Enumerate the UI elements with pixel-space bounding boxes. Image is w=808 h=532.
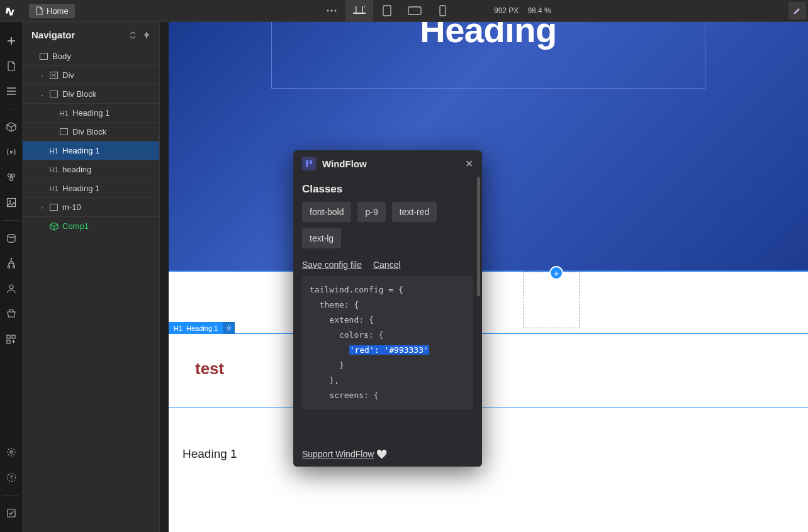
svg-point-12: [9, 178, 13, 181]
cancel-link[interactable]: Cancel: [373, 260, 401, 270]
windflow-footer: Support WindFlow 🤍: [293, 446, 482, 467]
tree-row-body[interactable]: Body: [23, 47, 159, 65]
landscape-icon[interactable]: [401, 0, 429, 22]
cms-icon[interactable]: [0, 226, 23, 251]
config-code-block[interactable]: tailwind.config = { theme: { extend: { c…: [302, 276, 473, 409]
navigator-header: Navigator: [23, 22, 159, 47]
class-chip[interactable]: text-red: [392, 202, 437, 222]
tree-label: Div Block: [72, 127, 106, 136]
help-icon[interactable]: ?: [0, 465, 23, 490]
h1-icon: H1: [49, 146, 59, 155]
tree-label: m-10: [62, 202, 81, 212]
viewport-width[interactable]: 992 PX: [494, 6, 519, 15]
tablet-icon[interactable]: [373, 0, 401, 22]
components-icon[interactable]: [0, 114, 23, 140]
ecommerce-icon[interactable]: [0, 301, 23, 326]
svg-point-19: [9, 285, 13, 289]
scrollbar[interactable]: [477, 177, 480, 296]
selection-tag[interactable]: H1 Heading 1: [169, 322, 235, 334]
test-heading[interactable]: test: [195, 359, 224, 379]
add-element-icon[interactable]: [0, 28, 23, 53]
svg-rect-27: [40, 53, 48, 59]
tree-row-heading3[interactable]: H1 Heading 1: [23, 179, 159, 197]
h1-icon: H1: [59, 108, 69, 118]
close-icon[interactable]: ✕: [465, 158, 473, 170]
zoom-level[interactable]: 98.4 %: [527, 6, 551, 15]
home-label: Home: [47, 6, 69, 16]
svg-text:?: ?: [9, 474, 13, 480]
svg-rect-21: [12, 335, 15, 338]
windflow-header[interactable]: WindFlow ✕: [293, 150, 482, 177]
div-icon: [49, 70, 59, 80]
logic-icon[interactable]: [0, 251, 23, 276]
class-chip[interactable]: text-lg: [302, 228, 341, 248]
tree-row-heading[interactable]: H1 Heading 1: [23, 103, 159, 122]
svg-rect-5: [362, 6, 364, 13]
svg-point-1: [331, 10, 333, 12]
tree-row-comp1[interactable]: Comp1: [23, 216, 159, 235]
canvas[interactable]: Heading + H1 Heading 1 test Heading 1: [169, 22, 808, 532]
hero-heading[interactable]: Heading: [420, 22, 556, 50]
home-button[interactable]: Home: [29, 4, 75, 18]
variables-icon[interactable]: [0, 140, 23, 165]
edit-icon[interactable]: [788, 2, 806, 19]
h1-icon: H1: [49, 184, 59, 193]
highlighted-code: 'red': '#993333': [349, 345, 429, 355]
top-toolbar: Home * 992 PX 98.4 %: [0, 0, 808, 22]
navigator-toggle-icon[interactable]: [0, 79, 23, 104]
tree-label: Div: [62, 70, 74, 80]
windflow-panel: WindFlow ✕ Classes font-bold p-9 text-re…: [293, 150, 482, 467]
class-chip[interactable]: p-9: [357, 202, 385, 222]
more-icon[interactable]: [318, 0, 345, 22]
mobile-icon[interactable]: [429, 0, 456, 22]
page-icon: [35, 6, 43, 15]
tree-row-divblock2[interactable]: Div Block: [23, 122, 159, 141]
tree-label: Div Block: [62, 89, 96, 99]
svg-rect-30: [60, 129, 68, 135]
tree-row-m10[interactable]: › m-10: [23, 197, 159, 216]
tree-label: Body: [52, 52, 71, 61]
hero-outline-box: Heading: [271, 22, 705, 89]
tree-row-divblock[interactable]: ⌄ Div Block: [23, 84, 159, 103]
h1-icon: H1: [49, 165, 59, 174]
desktop-breakpoint-icon[interactable]: *: [345, 0, 373, 22]
pin-icon[interactable]: [143, 31, 150, 39]
selection-outline: [169, 333, 808, 407]
divblock-icon: [49, 89, 59, 99]
styles-icon[interactable]: [0, 165, 23, 190]
collapse-icon[interactable]: [129, 31, 137, 39]
support-link[interactable]: Support WindFlow: [302, 449, 374, 459]
tree-row-heading-lc[interactable]: H1 heading: [23, 160, 159, 179]
users-icon[interactable]: [0, 276, 23, 301]
heart-icon: 🤍: [376, 449, 387, 459]
apps-icon[interactable]: [0, 326, 23, 352]
hero-section[interactable]: Heading: [169, 22, 808, 272]
save-config-link[interactable]: Save config file: [302, 260, 362, 270]
tree-label: Heading 1: [62, 184, 99, 193]
body-icon: [39, 52, 48, 61]
webflow-logo-icon[interactable]: [0, 0, 23, 22]
tree-row-div[interactable]: › Div: [23, 65, 159, 84]
tree-row-heading-selected[interactable]: H1 Heading 1: [23, 141, 159, 160]
svg-point-11: [11, 174, 14, 177]
assets-icon[interactable]: [0, 190, 23, 215]
windflow-title: WindFlow: [322, 158, 367, 169]
pages-icon[interactable]: [0, 53, 23, 79]
gear-icon[interactable]: [223, 322, 235, 334]
selection-tag-name: Heading 1: [186, 324, 218, 332]
tree-label: heading: [62, 165, 91, 174]
class-chip[interactable]: font-bold: [302, 202, 351, 222]
windflow-logo-icon: [302, 157, 316, 170]
toolstrip-divider: [3, 495, 20, 496]
navigator-panel: Navigator Body › Div ⌄ Div Block: [23, 22, 160, 532]
toolstrip-divider: [3, 109, 20, 109]
audit-icon[interactable]: [0, 501, 23, 526]
settings-icon[interactable]: [0, 440, 23, 465]
class-chip-row: font-bold p-9 text-red text-lg: [302, 202, 473, 248]
plain-heading[interactable]: Heading 1: [182, 447, 237, 461]
navigator-title: Navigator: [31, 30, 75, 40]
svg-rect-20: [7, 335, 10, 338]
empty-placeholder-box[interactable]: [523, 272, 580, 328]
add-element-fab-icon[interactable]: +: [549, 266, 563, 280]
divblock-icon: [59, 127, 69, 136]
